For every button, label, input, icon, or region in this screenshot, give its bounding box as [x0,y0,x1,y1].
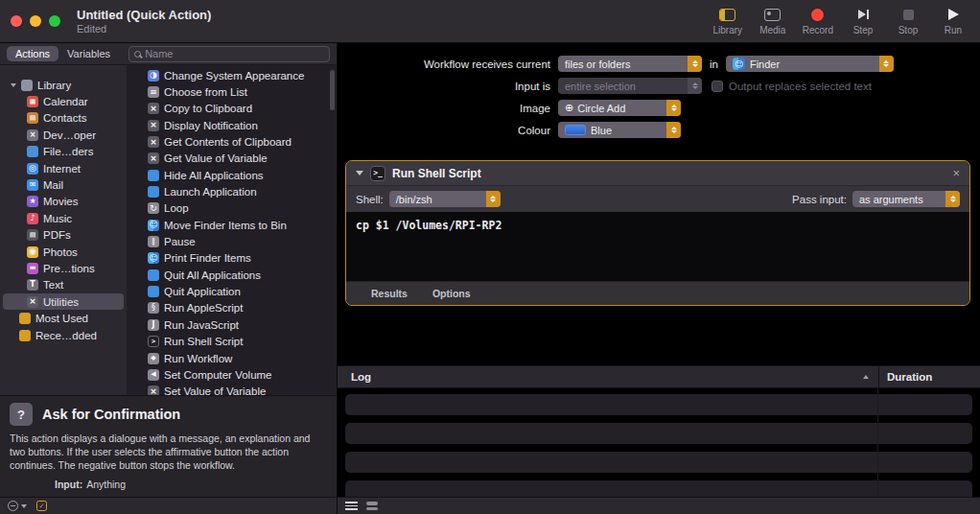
shell-script-editor[interactable]: cp $1 /Volumes/RPI-RP2 [346,212,969,281]
shell-block-title: Run Shell Script [392,167,481,180]
input-is-label: Input is [338,81,558,92]
workflow-history-button[interactable] [8,501,27,511]
sidebar-item-developer[interactable]: Dev…oper [3,127,124,143]
action-item[interactable]: Copy to Clipboard [127,101,337,117]
movies-icon [27,196,38,207]
application-dropdown[interactable]: Finder [726,56,894,72]
photos-icon [27,246,38,258]
action-item[interactable]: Set Value of Variable [127,384,337,395]
action-item[interactable]: Set Computer Volume [127,366,337,383]
sidebar-item-music[interactable]: Music [3,210,124,226]
sidebar-item-internet[interactable]: Internet [3,160,124,176]
close-action-button[interactable]: × [952,167,960,179]
stack-view-toggle[interactable] [366,502,378,510]
action-item[interactable]: Run JavaScript [127,316,337,333]
internet-icon [27,163,38,175]
sidebar-item-recently-added[interactable]: Rece…dded [3,327,124,343]
colour-label: Colour [338,125,558,136]
action-item[interactable]: Hide All Applications [127,167,337,183]
disclosure-chevron-icon[interactable] [11,83,16,87]
sidebar-item-library[interactable]: Library [3,77,124,93]
action-item[interactable]: Get Value of Variable [127,151,337,167]
sidebar-item-pdfs[interactable]: PDFs [3,227,124,244]
sidebar-item-contacts[interactable]: Contacts [3,110,124,127]
minimize-window-button[interactable] [30,15,41,27]
output-replaces-checkbox [712,81,723,92]
hide-all-applications-icon [148,170,159,181]
log-column-divider [877,388,878,497]
workflow-receives-dropdown[interactable]: files or folders [558,56,702,72]
sidebar-item-presentations[interactable]: Pre…tions [3,260,124,276]
search-field[interactable] [128,46,330,62]
tab-variables[interactable]: Variables [58,46,119,61]
sidebar-item-text[interactable]: Text [3,277,124,293]
list-view-toggle[interactable] [345,502,358,510]
titlebar: Untitled (Quick Action) Edited Library M… [0,0,980,43]
input-value: Anything [86,479,126,490]
circle-add-icon [565,103,573,113]
image-dropdown[interactable]: Circle Add [558,100,681,116]
input-is-dropdown: entire selection [558,78,702,94]
recently-added-folder-icon [19,330,31,341]
action-item[interactable]: Display Notification [127,117,337,133]
search-input[interactable] [145,48,324,59]
duration-column-header[interactable]: Duration [878,366,980,387]
action-item[interactable]: Get Contents of Clipboard [127,133,337,150]
sidebar-item-movies[interactable]: Movies [3,194,124,210]
copy-to-clipboard-icon [148,103,159,114]
pass-input-dropdown[interactable]: as arguments [852,191,960,207]
action-item[interactable]: Move Finder Items to Bin [127,217,337,233]
action-item[interactable]: Run Shell Script [127,334,337,350]
shell-block-header[interactable]: Run Shell Script × [346,161,969,186]
action-item[interactable]: Quit Application [127,283,337,299]
shell-dropdown[interactable]: /bin/zsh [389,191,501,207]
stop-toolbar-button: Stop [893,7,923,35]
action-description-panel: ? Ask for Confirmation This action displ… [0,395,337,497]
library-folder-icon [21,80,33,91]
colour-dropdown[interactable]: Blue [558,122,681,138]
action-item[interactable]: Choose from List [127,83,337,100]
action-item[interactable]: Run AppleScript [127,300,337,316]
action-item[interactable]: Pause [127,233,337,249]
presentations-icon [27,263,38,274]
run-shell-script-block: Run Shell Script × Shell: /bin/zsh Pass … [345,160,970,306]
checkbox-status-icon[interactable] [36,501,47,511]
library-toolbar-button[interactable]: Library [712,7,743,35]
results-button[interactable]: Results [371,288,408,299]
record-toolbar-button[interactable]: Record [803,7,833,35]
action-item[interactable]: Launch Application [127,183,337,199]
actions-scrollbar[interactable] [330,70,335,110]
action-item[interactable]: Run Workflow [127,350,337,366]
developer-icon [27,129,38,141]
sidebar-item-most-used[interactable]: Most Used [3,310,124,326]
step-toolbar-button[interactable]: Step [848,7,878,35]
log-column-header[interactable]: Log [338,371,863,383]
zoom-window-button[interactable] [49,15,60,27]
sidebar-item-files-folders[interactable]: File…ders [3,144,124,160]
sidebar-item-photos[interactable]: Photos [3,244,124,260]
action-item[interactable]: Change System Appearance [127,67,337,83]
actions-list: Change System Appearance Choose from Lis… [127,65,337,395]
media-icon [764,9,781,21]
pass-input-label: Pass input: [792,194,847,205]
action-item[interactable]: Print Finder Items [127,250,337,267]
dropdown-caret-icon [688,78,702,94]
run-shell-script-icon [148,336,159,347]
sidebar-item-utilities[interactable]: Utilities [3,293,124,310]
set-value-of-variable-icon [148,386,159,395]
options-button[interactable]: Options [432,288,471,299]
history-icon [8,501,18,511]
sidebar-item-calendar[interactable]: Calendar [3,93,124,109]
workflow-receives-label: Workflow receives current [338,58,558,70]
window-title: Untitled (Quick Action) [77,8,211,22]
sidebar-item-mail[interactable]: Mail [3,176,124,193]
run-toolbar-button[interactable]: Run [938,7,968,35]
description-title: Ask for Confirmation [42,407,180,422]
media-toolbar-button[interactable]: Media [758,7,788,35]
change-system-appearance-icon [148,70,159,82]
action-item[interactable]: Quit All Applications [127,267,337,283]
tab-actions[interactable]: Actions [7,46,58,61]
action-item[interactable]: Loop [127,200,337,217]
collapse-chevron-icon[interactable] [356,171,363,175]
close-window-button[interactable] [11,15,22,27]
